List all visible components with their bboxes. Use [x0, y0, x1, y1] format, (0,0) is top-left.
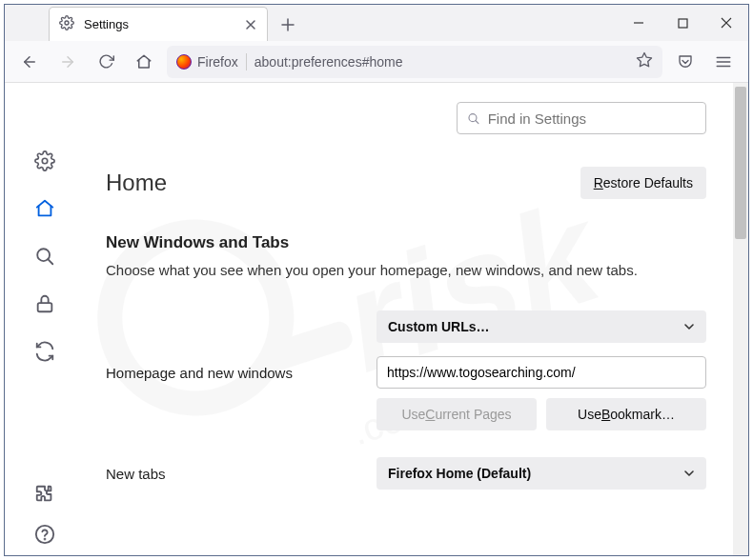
identity-label: Firefox [197, 54, 238, 70]
identity-box[interactable]: Firefox [176, 54, 238, 70]
new-tab-button[interactable] [274, 10, 302, 39]
url-bar[interactable]: Firefox about:preferences#home [167, 46, 662, 78]
home-button[interactable] [129, 47, 159, 77]
page-title: Home [106, 170, 167, 196]
svg-rect-13 [38, 303, 52, 311]
section-heading: New Windows and Tabs [106, 233, 706, 252]
section-description: Choose what you see when you open your h… [106, 262, 706, 278]
restore-defaults-button[interactable]: Restore Defaults [580, 167, 706, 199]
sidebar-item-privacy[interactable] [33, 292, 56, 315]
svg-marker-2 [638, 53, 652, 67]
maximize-button[interactable] [661, 5, 704, 41]
back-button[interactable] [14, 47, 45, 77]
bookmark-star-icon[interactable] [636, 51, 653, 71]
reload-button[interactable] [91, 47, 121, 77]
chevron-down-icon [683, 468, 695, 479]
minimize-button[interactable] [617, 5, 661, 41]
nav-toolbar: Firefox about:preferences#home [5, 41, 748, 83]
newtabs-label: New tabs [106, 466, 365, 482]
chevron-down-icon [683, 321, 695, 332]
close-icon[interactable] [244, 18, 257, 31]
category-sidebar [5, 83, 85, 555]
find-settings-field[interactable] [488, 110, 696, 127]
tab-title: Settings [84, 17, 234, 31]
newtabs-dropdown[interactable]: Firefox Home (Default) [376, 457, 706, 490]
find-settings-input[interactable] [457, 102, 706, 134]
homepage-url-input[interactable] [376, 356, 706, 389]
url-text: about:preferences#home [254, 54, 403, 70]
svg-line-17 [476, 120, 478, 123]
svg-rect-1 [679, 19, 687, 28]
sidebar-item-extensions[interactable] [33, 483, 56, 506]
homepage-label: Homepage and new windows [106, 365, 365, 381]
svg-point-15 [45, 539, 46, 540]
svg-point-14 [36, 526, 53, 543]
firefox-logo-icon [176, 54, 192, 70]
homepage-mode-dropdown[interactable]: Custom URLs… [376, 310, 706, 343]
use-bookmark-button[interactable]: Use Bookmark… [546, 398, 706, 430]
pocket-button[interactable] [670, 47, 701, 77]
close-window-button[interactable] [704, 5, 748, 41]
separator [246, 53, 247, 70]
settings-panel: Home Restore Defaults New Windows and Ta… [85, 83, 748, 555]
titlebar: Settings [5, 5, 748, 41]
sidebar-item-sync[interactable] [33, 340, 56, 363]
sidebar-item-search[interactable] [33, 245, 56, 268]
svg-line-12 [48, 259, 52, 264]
browser-tab[interactable]: Settings [49, 7, 268, 41]
use-current-pages-button[interactable]: Use Current Pages [376, 398, 537, 430]
sidebar-item-general[interactable] [33, 150, 56, 172]
gear-icon [59, 15, 74, 33]
window-controls [617, 5, 748, 41]
svg-point-0 [65, 21, 69, 25]
svg-point-10 [42, 158, 48, 164]
content-area: risk .com [5, 83, 748, 555]
sidebar-item-home[interactable] [33, 197, 56, 220]
search-icon [467, 111, 480, 126]
forward-button[interactable] [52, 47, 83, 77]
dropdown-value: Custom URLs… [388, 319, 490, 334]
sidebar-item-help[interactable] [33, 523, 56, 546]
app-menu-button[interactable] [708, 47, 739, 77]
dropdown-value: Firefox Home (Default) [388, 466, 531, 481]
